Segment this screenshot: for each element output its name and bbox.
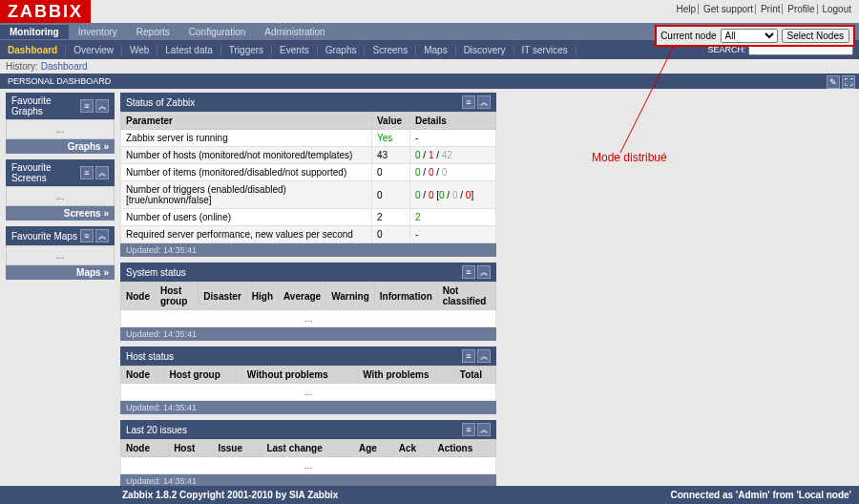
fullscreen-icon[interactable]: ⛶ — [842, 75, 855, 89]
param-cell: Zabbix server is running — [121, 130, 372, 147]
col-parameter: Parameter — [121, 113, 372, 130]
subnav-overview[interactable]: Overview — [66, 45, 122, 55]
menu-icon[interactable]: ≡ — [462, 265, 475, 279]
value-cell: 0 — [372, 164, 410, 181]
fav-maps-title: Favourite Maps — [11, 231, 77, 242]
subnav-discovery[interactable]: Discovery — [456, 45, 514, 55]
collapse-icon[interactable]: ︽ — [95, 166, 109, 179]
subnav-latest-data[interactable]: Latest data — [157, 45, 220, 55]
fav-graphs-head: Favourite Graphs ≡︽ — [6, 93, 115, 119]
collapse-icon[interactable]: ︽ — [477, 265, 491, 279]
col-header: Host group — [156, 283, 199, 310]
value-cell: 43 — [372, 147, 410, 164]
nav-administration[interactable]: Administration — [255, 25, 334, 39]
host-status-title: Host status — [126, 351, 174, 362]
personal-dashboard-bar: PERSONAL DASHBOARD ✎ ⛶ — [0, 74, 859, 89]
nav-reports[interactable]: Reports — [127, 25, 179, 39]
collapse-icon[interactable]: ︽ — [477, 349, 491, 363]
print-link[interactable]: Print — [759, 4, 784, 14]
subnav-graphs[interactable]: Graphs — [318, 45, 366, 55]
top-links: Help Get support Print Profile Logout — [675, 4, 853, 14]
node-selector: Current node All Select Nodes — [655, 25, 855, 47]
col-details: Details — [410, 113, 496, 130]
details-cell: 0 / 0 / 0 — [410, 164, 496, 181]
subnav-screens[interactable]: Screens — [365, 45, 416, 55]
col-header: Age — [354, 440, 394, 457]
menu-icon[interactable]: ≡ — [80, 99, 94, 113]
col-header: Actions — [432, 440, 495, 457]
nav-monitoring[interactable]: Monitoring — [0, 25, 69, 39]
value-cell: 0 — [372, 226, 410, 243]
history-label: History: — [6, 61, 38, 72]
main-area: Favourite Graphs ≡︽ ... Graphs Favourite… — [0, 89, 859, 504]
subnav-dashboard[interactable]: Dashboard — [0, 45, 66, 55]
subnav-maps[interactable]: Maps — [416, 45, 455, 55]
menu-icon[interactable]: ≡ — [80, 166, 94, 179]
col-header: Host group — [164, 367, 241, 384]
value-cell: Yes — [372, 130, 410, 147]
nav-inventory[interactable]: Inventory — [69, 25, 127, 39]
nav-configuration[interactable]: Configuration — [179, 25, 255, 39]
collapse-icon[interactable]: ︽ — [477, 423, 491, 436]
details-cell: 0 / 0 [0 / 0 / 0] — [410, 181, 496, 209]
app-logo: ZABBIX — [0, 0, 91, 23]
col-header: Node — [121, 440, 169, 457]
col-header: With problems — [358, 367, 455, 384]
fav-graphs-link[interactable]: Graphs — [6, 139, 115, 154]
last-issues-table: NodeHostIssueLast changeAgeAckActions ..… — [120, 439, 496, 474]
empty-row: ... — [121, 310, 496, 327]
collapse-icon[interactable]: ︽ — [95, 99, 109, 113]
col-header: Host — [169, 440, 213, 457]
select-nodes-button[interactable]: Select Nodes — [782, 29, 849, 43]
col-header: Information — [374, 283, 437, 310]
subnav-events[interactable]: Events — [272, 45, 318, 55]
menu-icon[interactable]: ≡ — [462, 95, 475, 109]
fav-screens-link[interactable]: Screens — [6, 206, 115, 220]
fav-screens-empty: ... — [6, 186, 115, 206]
param-cell: Number of triggers (enabled/disabled)[tr… — [121, 181, 372, 209]
status-zabbix-title: Status of Zabbix — [126, 97, 195, 108]
menu-icon[interactable]: ≡ — [462, 349, 475, 363]
last-issues-panel: Last 20 issues ≡︽ NodeHostIssueLast chan… — [120, 420, 496, 488]
col-header: Not classified — [437, 283, 495, 310]
wrench-icon[interactable]: ✎ — [827, 75, 840, 89]
param-cell: Number of items (monitored/disabled/not … — [121, 164, 372, 181]
col-header: Total — [454, 367, 495, 384]
system-status-title: System status — [126, 267, 186, 278]
status-zabbix-updated: Updated: 14:35:41 — [120, 243, 496, 257]
fav-graphs-title: Favourite Graphs — [11, 95, 80, 116]
system-status-updated: Updated: 14:35:41 — [120, 327, 496, 341]
empty-row: ... — [121, 384, 496, 401]
subnav-triggers[interactable]: Triggers — [221, 45, 272, 55]
profile-link[interactable]: Profile — [786, 4, 817, 14]
col-header: Ack — [393, 440, 432, 457]
fav-maps-head: Favourite Maps ≡︽ — [6, 226, 115, 245]
status-zabbix-table: ParameterValueDetails Zabbix server is r… — [120, 112, 496, 243]
collapse-icon[interactable]: ︽ — [477, 95, 491, 109]
subnav-it-services[interactable]: IT services — [514, 45, 576, 55]
details-cell: 0 / 1 / 42 — [410, 147, 496, 164]
value-cell: 0 — [372, 181, 410, 209]
content-area: Status of Zabbix ≡︽ ParameterValueDetail… — [120, 93, 496, 504]
fav-screens-title: Favourite Screens — [11, 162, 80, 183]
param-cell: Number of hosts (monitored/not monitored… — [121, 147, 372, 164]
last-issues-title: Last 20 issues — [126, 425, 187, 435]
menu-icon[interactable]: ≡ — [462, 423, 475, 436]
help-link[interactable]: Help — [675, 4, 700, 14]
footer-right: Connected as 'Admin' from 'Local node' — [670, 490, 851, 500]
host-status-table: NodeHost groupWithout problemsWith probl… — [120, 366, 496, 401]
fav-maps-link[interactable]: Maps — [6, 265, 115, 280]
fav-maps-empty: ... — [6, 245, 115, 265]
col-header: High — [246, 283, 278, 310]
collapse-icon[interactable]: ︽ — [95, 229, 109, 242]
logout-link[interactable]: Logout — [820, 4, 853, 14]
subnav-web[interactable]: Web — [122, 45, 157, 55]
menu-icon[interactable]: ≡ — [80, 229, 94, 242]
current-node-select[interactable]: All — [721, 29, 778, 43]
host-status-updated: Updated: 14:35:41 — [120, 401, 496, 414]
col-header: Without problems — [241, 367, 357, 384]
history-link[interactable]: Dashboard — [41, 61, 88, 72]
param-cell: Number of users (online) — [121, 209, 372, 226]
get-support-link[interactable]: Get support — [702, 4, 756, 14]
footer-left: Zabbix 1.8.2 Copyright 2001-2010 by SIA … — [122, 490, 338, 500]
